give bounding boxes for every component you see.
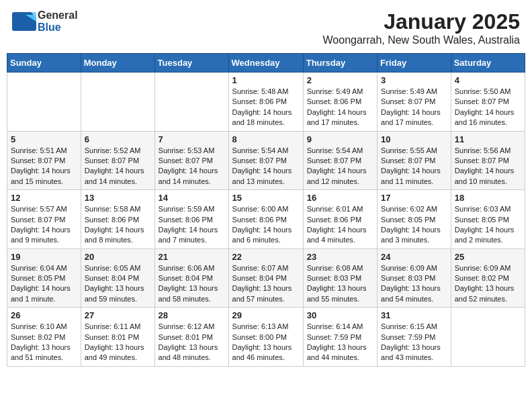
day-info: Sunrise: 6:00 AM Sunset: 8:06 PM Dayligh… [232, 204, 300, 246]
day-number: 6 [85, 134, 151, 144]
day-number: 10 [381, 134, 447, 144]
day-number: 7 [159, 134, 225, 144]
day-number: 1 [232, 75, 300, 85]
calendar-cell: 25Sunrise: 6:09 AM Sunset: 8:02 PM Dayli… [451, 248, 525, 308]
calendar-cell: 16Sunrise: 6:01 AM Sunset: 8:06 PM Dayli… [303, 190, 377, 249]
day-info: Sunrise: 5:53 AM Sunset: 8:07 PM Dayligh… [159, 146, 225, 187]
day-number: 19 [11, 252, 77, 262]
weekday-header-wednesday: Wednesday [228, 54, 303, 73]
day-number: 14 [159, 193, 225, 203]
day-info: Sunrise: 6:13 AM Sunset: 8:00 PM Dayligh… [232, 322, 300, 363]
calendar-cell: 22Sunrise: 6:07 AM Sunset: 8:04 PM Dayli… [228, 248, 303, 308]
calendar-week-3: 12Sunrise: 5:57 AM Sunset: 8:07 PM Dayli… [7, 190, 525, 249]
day-number: 27 [85, 310, 151, 320]
weekday-header-tuesday: Tuesday [154, 54, 228, 73]
day-info: Sunrise: 6:04 AM Sunset: 8:05 PM Dayligh… [11, 263, 77, 305]
day-info: Sunrise: 5:58 AM Sunset: 8:06 PM Dayligh… [85, 204, 151, 246]
day-info: Sunrise: 5:49 AM Sunset: 8:06 PM Dayligh… [307, 87, 373, 128]
weekday-header-saturday: Saturday [451, 54, 525, 73]
day-info: Sunrise: 6:01 AM Sunset: 8:06 PM Dayligh… [307, 204, 373, 246]
calendar-cell: 31Sunrise: 6:15 AM Sunset: 7:59 PM Dayli… [378, 308, 451, 367]
day-number: 11 [455, 134, 521, 144]
day-info: Sunrise: 5:51 AM Sunset: 8:07 PM Dayligh… [11, 146, 77, 187]
calendar-cell: 28Sunrise: 6:12 AM Sunset: 8:01 PM Dayli… [154, 308, 228, 367]
day-info: Sunrise: 5:48 AM Sunset: 8:06 PM Dayligh… [232, 87, 300, 128]
day-info: Sunrise: 5:56 AM Sunset: 8:07 PM Dayligh… [455, 146, 521, 187]
day-info: Sunrise: 6:12 AM Sunset: 8:01 PM Dayligh… [159, 322, 225, 363]
day-number: 23 [307, 252, 373, 262]
day-info: Sunrise: 6:15 AM Sunset: 7:59 PM Dayligh… [381, 322, 447, 363]
day-number: 8 [232, 134, 300, 144]
calendar-cell: 30Sunrise: 6:14 AM Sunset: 7:59 PM Dayli… [303, 308, 377, 367]
day-info: Sunrise: 6:11 AM Sunset: 8:01 PM Dayligh… [85, 322, 151, 363]
day-info: Sunrise: 6:05 AM Sunset: 8:04 PM Dayligh… [85, 263, 151, 305]
calendar-cell [154, 73, 228, 132]
generalblue-icon [12, 12, 36, 31]
calendar-cell: 2Sunrise: 5:49 AM Sunset: 8:06 PM Daylig… [303, 73, 377, 132]
logo-blue-text: Blue [38, 21, 61, 33]
day-number: 24 [381, 252, 447, 262]
calendar-cell: 21Sunrise: 6:06 AM Sunset: 8:04 PM Dayli… [154, 248, 228, 308]
calendar-cell: 27Sunrise: 6:11 AM Sunset: 8:01 PM Dayli… [81, 308, 154, 367]
calendar-cell: 12Sunrise: 5:57 AM Sunset: 8:07 PM Dayli… [7, 190, 81, 249]
day-number: 25 [455, 252, 521, 262]
calendar-week-4: 19Sunrise: 6:04 AM Sunset: 8:05 PM Dayli… [7, 248, 525, 308]
day-number: 28 [159, 310, 225, 320]
day-info: Sunrise: 5:54 AM Sunset: 8:07 PM Dayligh… [232, 146, 300, 187]
day-info: Sunrise: 6:02 AM Sunset: 8:05 PM Dayligh… [381, 204, 447, 246]
day-info: Sunrise: 5:55 AM Sunset: 8:07 PM Dayligh… [381, 146, 447, 187]
day-info: Sunrise: 6:10 AM Sunset: 8:02 PM Dayligh… [11, 322, 77, 363]
day-number: 5 [11, 134, 77, 144]
day-number: 3 [381, 75, 447, 85]
day-number: 29 [232, 310, 300, 320]
calendar-cell: 9Sunrise: 5:54 AM Sunset: 8:07 PM Daylig… [303, 131, 377, 190]
day-info: Sunrise: 5:54 AM Sunset: 8:07 PM Dayligh… [307, 146, 373, 187]
calendar-cell: 6Sunrise: 5:52 AM Sunset: 8:07 PM Daylig… [81, 131, 154, 190]
calendar-week-1: 1Sunrise: 5:48 AM Sunset: 8:06 PM Daylig… [7, 73, 525, 132]
calendar-subtitle: Woongarrah, New South Wales, Australia [323, 34, 520, 46]
calendar-cell: 5Sunrise: 5:51 AM Sunset: 8:07 PM Daylig… [7, 131, 81, 190]
day-number: 2 [307, 75, 373, 85]
day-number: 13 [85, 193, 151, 203]
logo: General Blue [12, 9, 78, 34]
day-number: 26 [11, 310, 77, 320]
weekday-header-friday: Friday [378, 54, 451, 73]
calendar-cell: 4Sunrise: 5:50 AM Sunset: 8:07 PM Daylig… [451, 73, 525, 132]
day-info: Sunrise: 6:09 AM Sunset: 8:03 PM Dayligh… [381, 263, 447, 305]
calendar-cell: 7Sunrise: 5:53 AM Sunset: 8:07 PM Daylig… [154, 131, 228, 190]
calendar-cell [7, 73, 81, 132]
day-info: Sunrise: 6:08 AM Sunset: 8:03 PM Dayligh… [307, 263, 373, 305]
day-number: 16 [307, 193, 373, 203]
weekday-header-monday: Monday [81, 54, 154, 73]
day-info: Sunrise: 6:06 AM Sunset: 8:04 PM Dayligh… [159, 263, 225, 305]
calendar-header-row: SundayMondayTuesdayWednesdayThursdayFrid… [7, 54, 525, 73]
day-number: 31 [381, 310, 447, 320]
day-info: Sunrise: 6:14 AM Sunset: 7:59 PM Dayligh… [307, 322, 373, 363]
calendar-cell: 24Sunrise: 6:09 AM Sunset: 8:03 PM Dayli… [378, 248, 451, 308]
page-header: General Blue January 2025 Woongarrah, Ne… [7, 7, 525, 49]
weekday-header-sunday: Sunday [7, 54, 81, 73]
day-info: Sunrise: 5:49 AM Sunset: 8:07 PM Dayligh… [381, 87, 447, 128]
calendar-cell: 3Sunrise: 5:49 AM Sunset: 8:07 PM Daylig… [378, 73, 451, 132]
day-number: 12 [11, 193, 77, 203]
calendar-cell: 19Sunrise: 6:04 AM Sunset: 8:05 PM Dayli… [7, 248, 81, 308]
day-number: 4 [455, 75, 521, 85]
day-number: 18 [455, 193, 521, 203]
day-number: 21 [159, 252, 225, 262]
calendar-cell: 10Sunrise: 5:55 AM Sunset: 8:07 PM Dayli… [378, 131, 451, 190]
weekday-header-thursday: Thursday [303, 54, 377, 73]
calendar-cell: 14Sunrise: 5:59 AM Sunset: 8:06 PM Dayli… [154, 190, 228, 249]
day-info: Sunrise: 5:52 AM Sunset: 8:07 PM Dayligh… [85, 146, 151, 187]
calendar-cell: 11Sunrise: 5:56 AM Sunset: 8:07 PM Dayli… [451, 131, 525, 190]
day-info: Sunrise: 5:50 AM Sunset: 8:07 PM Dayligh… [455, 87, 521, 128]
calendar-week-2: 5Sunrise: 5:51 AM Sunset: 8:07 PM Daylig… [7, 131, 525, 190]
day-info: Sunrise: 5:59 AM Sunset: 8:06 PM Dayligh… [159, 204, 225, 246]
day-info: Sunrise: 5:57 AM Sunset: 8:07 PM Dayligh… [11, 204, 77, 246]
day-number: 9 [307, 134, 373, 144]
calendar-cell: 17Sunrise: 6:02 AM Sunset: 8:05 PM Dayli… [378, 190, 451, 249]
calendar-table: SundayMondayTuesdayWednesdayThursdayFrid… [7, 53, 525, 367]
calendar-cell: 20Sunrise: 6:05 AM Sunset: 8:04 PM Dayli… [81, 248, 154, 308]
calendar-cell: 26Sunrise: 6:10 AM Sunset: 8:02 PM Dayli… [7, 308, 81, 367]
calendar-cell [451, 308, 525, 367]
calendar-cell: 8Sunrise: 5:54 AM Sunset: 8:07 PM Daylig… [228, 131, 303, 190]
